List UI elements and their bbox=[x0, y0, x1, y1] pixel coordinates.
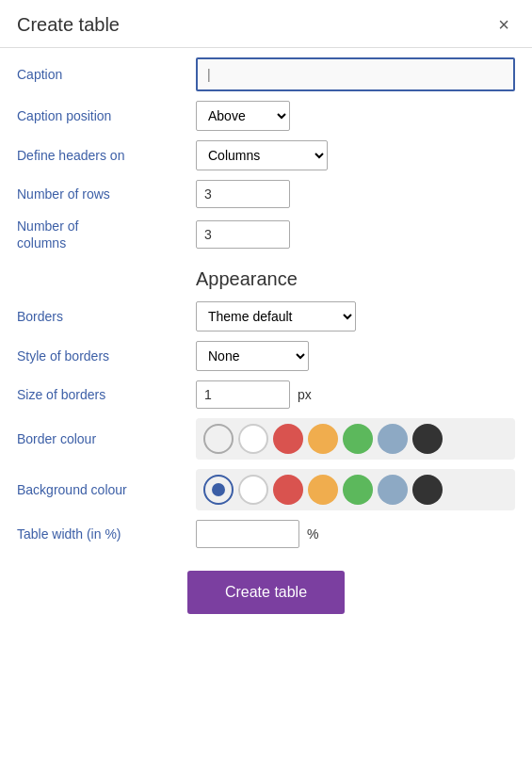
num-rows-input[interactable] bbox=[196, 180, 290, 208]
bg-colour-label: Background colour bbox=[17, 481, 196, 498]
border-colour-row: Border colour bbox=[17, 418, 515, 460]
caption-row: Caption bbox=[17, 57, 515, 91]
bg-colour-red[interactable] bbox=[273, 475, 303, 505]
bg-colour-dark[interactable] bbox=[412, 475, 443, 505]
create-table-button[interactable]: Create table bbox=[187, 571, 345, 614]
table-width-input[interactable] bbox=[196, 520, 299, 548]
num-rows-row: Number of rows bbox=[17, 180, 515, 208]
percent-label: % bbox=[307, 526, 318, 542]
border-colour-dark[interactable] bbox=[412, 424, 443, 454]
border-colour-none-radio[interactable] bbox=[203, 424, 234, 454]
num-columns-input[interactable] bbox=[196, 220, 290, 249]
borders-select[interactable]: Theme default None All bbox=[196, 301, 356, 331]
bg-colour-yellow[interactable] bbox=[308, 475, 338, 505]
bg-colour-bluegray[interactable] bbox=[378, 475, 408, 505]
border-colour-white[interactable] bbox=[238, 424, 268, 454]
px-label: px bbox=[298, 387, 312, 402]
style-borders-row: Style of borders None Solid Dashed Dotte… bbox=[17, 341, 515, 371]
bg-colour-green[interactable] bbox=[343, 475, 373, 505]
num-columns-label: Number ofcolumns bbox=[17, 218, 196, 251]
size-borders-row: Size of borders px bbox=[17, 380, 515, 409]
style-borders-label: Style of borders bbox=[17, 348, 196, 364]
size-row: px bbox=[196, 380, 312, 409]
dialog-body: Caption Caption position Above Below Def… bbox=[0, 48, 532, 633]
border-colour-yellow[interactable] bbox=[308, 424, 338, 454]
table-width-label: Table width (in %) bbox=[17, 526, 196, 542]
caption-position-select[interactable]: Above Below bbox=[196, 101, 290, 131]
define-headers-label: Define headers on bbox=[17, 147, 196, 164]
border-colour-swatches bbox=[196, 418, 515, 460]
table-width-row: Table width (in %) % bbox=[17, 520, 515, 548]
caption-label: Caption bbox=[17, 66, 196, 83]
border-colour-bluegray[interactable] bbox=[378, 424, 408, 454]
define-headers-row: Define headers on Columns Rows Both None bbox=[17, 140, 515, 170]
caption-position-label: Caption position bbox=[17, 107, 196, 124]
border-colour-label: Border colour bbox=[17, 430, 196, 447]
borders-row: Borders Theme default None All bbox=[17, 301, 515, 331]
dialog-title: Create table bbox=[17, 14, 120, 36]
close-button[interactable]: × bbox=[492, 13, 515, 36]
num-rows-label: Number of rows bbox=[17, 186, 196, 202]
borders-label: Borders bbox=[17, 308, 196, 325]
define-headers-select[interactable]: Columns Rows Both None bbox=[196, 140, 328, 170]
bg-colour-white[interactable] bbox=[238, 475, 268, 505]
dialog-header: Create table × bbox=[0, 0, 532, 48]
appearance-heading: Appearance bbox=[196, 268, 515, 290]
size-borders-input[interactable] bbox=[196, 380, 290, 409]
border-colour-green[interactable] bbox=[343, 424, 373, 454]
bg-colour-none-radio[interactable] bbox=[203, 475, 234, 505]
style-borders-select[interactable]: None Solid Dashed Dotted bbox=[196, 341, 309, 371]
caption-input[interactable] bbox=[196, 57, 515, 91]
num-columns-row: Number ofcolumns bbox=[17, 218, 515, 251]
bg-colour-row: Background colour bbox=[17, 469, 515, 510]
border-colour-red[interactable] bbox=[273, 424, 303, 454]
width-row: % bbox=[196, 520, 318, 548]
caption-position-row: Caption position Above Below bbox=[17, 101, 515, 131]
size-borders-label: Size of borders bbox=[17, 386, 196, 403]
create-table-dialog: Create table × Caption Caption position … bbox=[0, 0, 532, 760]
bg-colour-swatches bbox=[196, 469, 515, 510]
